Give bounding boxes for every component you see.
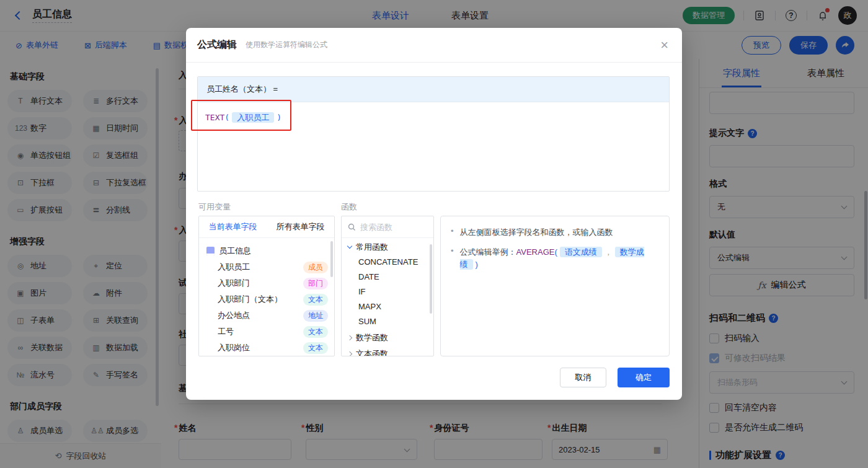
function-group-math[interactable]: 数学函数 [342,330,433,345]
variable-item[interactable]: 办公地点地址 [199,307,334,324]
tab-current-form-fields[interactable]: 当前表单字段 [199,216,267,237]
function-search-input[interactable] [360,223,422,232]
function-item-sum[interactable]: SUM [342,314,433,329]
functions-label: 函数 [341,201,357,213]
type-badge: 部门 [303,278,328,289]
chevron-down-icon [347,244,352,249]
modal-subtitle: 使用数学运算符编辑公式 [246,40,327,50]
formula-editor-box: 员工姓名（文本） = TEXT(入职员工) [197,76,670,192]
type-badge: 文本 [303,326,328,338]
function-item-concatenate[interactable]: CONCATENATE [342,254,433,269]
type-badge: 成员 [303,262,328,273]
function-group-common[interactable]: 常用函数 [342,240,433,254]
help-line-2: 公式编辑举例：AVERAGE(语文成绩，数学成绩) [460,246,660,271]
tab-all-form-fields[interactable]: 所有表单字段 [267,216,334,237]
variables-label: 可用变量 [198,201,231,213]
type-badge: 地址 [303,310,328,322]
variable-item[interactable]: 入职岗位文本 [199,340,334,356]
function-group-text[interactable]: 文本函数 [342,347,433,356]
variables-panel: 当前表单字段 所有表单字段 员工信息 入职员工成员 入职部门部门 入职部门（文本… [198,216,335,356]
variables-scrollbar[interactable] [330,241,333,277]
help-panel: • 从左侧面板选择字段名和函数，或输入函数 • 公式编辑举例：AVERAGE(语… [440,216,670,356]
function-item-date[interactable]: DATE [342,269,433,284]
formula-target: 员工姓名（文本） = [198,77,669,102]
type-badge: 文本 [303,342,328,354]
variable-item[interactable]: 入职部门部门 [199,275,334,291]
functions-scrollbar[interactable] [430,244,432,314]
formula-field-chip[interactable]: 入职员工 [232,112,274,123]
variable-root-node[interactable]: 员工信息 [199,243,334,259]
chevron-right-icon [347,351,352,356]
confirm-button[interactable]: 确定 [618,368,670,387]
bullet-icon: • [451,246,454,255]
cancel-button[interactable]: 取消 [560,368,606,387]
type-badge: 文本 [303,294,328,306]
functions-panel: 常用函数 CONCATENATE DATE IF MAPX SUM 数学函数 文… [341,216,434,356]
chevron-right-icon [347,335,352,340]
formula-editor-modal: 公式编辑 使用数学运算符编辑公式 × 员工姓名（文本） = TEXT(入职员工)… [186,28,682,400]
form-doc-icon [206,247,215,255]
bullet-icon: • [451,226,454,236]
close-icon[interactable]: × [660,38,668,52]
help-line-1: 从左侧面板选择字段名和函数，或输入函数 [460,226,613,239]
search-icon [348,223,356,231]
function-search [342,216,433,238]
variable-item[interactable]: 工号文本 [199,324,334,340]
variable-item[interactable]: 入职员工成员 [199,259,334,275]
function-item-mapx[interactable]: MAPX [342,299,433,314]
function-item-if[interactable]: IF [342,284,433,299]
example-field-chip: 语文成绩 [560,247,602,257]
variable-item[interactable]: 入职部门（文本）文本 [199,291,334,307]
formula-input-area[interactable]: TEXT(入职员工) [198,102,669,133]
modal-title: 公式编辑 [197,38,237,51]
formula-function-name: TEXT [205,113,224,122]
